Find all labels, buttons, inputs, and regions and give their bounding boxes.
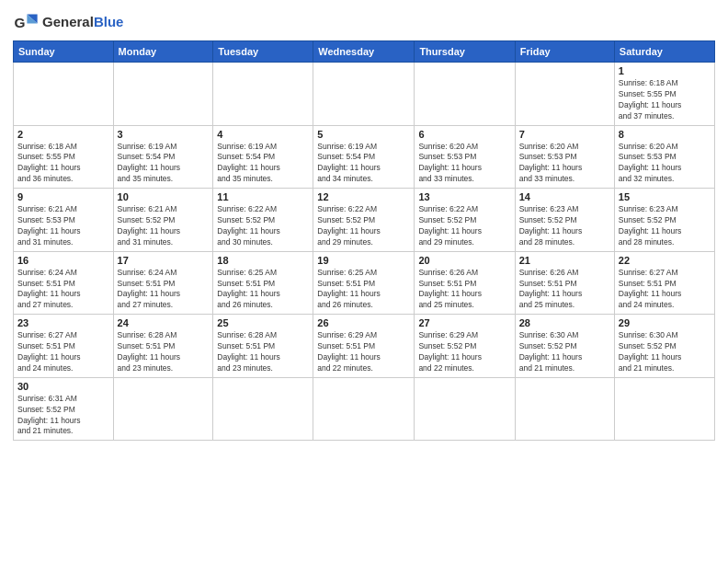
day-number: 22 bbox=[619, 255, 711, 266]
day-number: 2 bbox=[17, 129, 109, 140]
day-cell: 2Sunrise: 6:18 AMSunset: 5:55 PMDaylight… bbox=[14, 125, 114, 189]
day-info: Sunrise: 6:26 AMSunset: 5:51 PMDaylight:… bbox=[519, 268, 610, 312]
day-info: Sunrise: 6:22 AMSunset: 5:52 PMDaylight:… bbox=[418, 204, 510, 248]
day-info: Sunrise: 6:25 AMSunset: 5:51 PMDaylight:… bbox=[217, 268, 309, 312]
day-info: Sunrise: 6:24 AMSunset: 5:51 PMDaylight:… bbox=[17, 268, 109, 312]
day-info: Sunrise: 6:18 AMSunset: 5:55 PMDaylight:… bbox=[17, 142, 109, 186]
day-cell: 3Sunrise: 6:19 AMSunset: 5:54 PMDaylight… bbox=[113, 125, 213, 189]
day-info: Sunrise: 6:29 AMSunset: 5:51 PMDaylight:… bbox=[317, 330, 410, 374]
day-cell: 11Sunrise: 6:22 AMSunset: 5:52 PMDayligh… bbox=[213, 189, 313, 252]
day-cell: 28Sunrise: 6:30 AMSunset: 5:52 PMDayligh… bbox=[515, 315, 614, 378]
day-cell bbox=[113, 377, 213, 441]
day-number: 3 bbox=[118, 129, 210, 140]
day-info: Sunrise: 6:30 AMSunset: 5:52 PMDaylight:… bbox=[519, 330, 610, 374]
week-row-5: 30Sunrise: 6:31 AMSunset: 5:52 PMDayligh… bbox=[14, 377, 715, 441]
day-cell: 30Sunrise: 6:31 AMSunset: 5:52 PMDayligh… bbox=[14, 377, 114, 441]
day-cell bbox=[313, 63, 415, 126]
day-info: Sunrise: 6:19 AMSunset: 5:54 PMDaylight:… bbox=[118, 142, 210, 186]
weekday-header-row: Sunday Monday Tuesday Wednesday Thursday… bbox=[14, 41, 715, 63]
day-cell bbox=[415, 63, 515, 126]
day-info: Sunrise: 6:19 AMSunset: 5:54 PMDaylight:… bbox=[217, 142, 309, 186]
header-tuesday: Tuesday bbox=[213, 41, 313, 63]
day-number: 15 bbox=[619, 191, 711, 202]
day-cell: 19Sunrise: 6:25 AMSunset: 5:51 PMDayligh… bbox=[313, 251, 415, 315]
day-number: 21 bbox=[519, 255, 610, 266]
day-info: Sunrise: 6:20 AMSunset: 5:53 PMDaylight:… bbox=[619, 142, 711, 186]
day-number: 19 bbox=[317, 255, 410, 266]
header: G GeneralBlue bbox=[13, 9, 715, 35]
header-monday: Monday bbox=[113, 41, 213, 63]
day-cell: 16Sunrise: 6:24 AMSunset: 5:51 PMDayligh… bbox=[14, 251, 114, 315]
logo-text: GeneralBlue bbox=[42, 15, 123, 30]
day-info: Sunrise: 6:26 AMSunset: 5:51 PMDaylight:… bbox=[418, 268, 510, 312]
day-cell: 8Sunrise: 6:20 AMSunset: 5:53 PMDaylight… bbox=[614, 125, 714, 189]
header-friday: Friday bbox=[515, 41, 614, 63]
day-cell bbox=[213, 377, 313, 441]
day-cell: 1Sunrise: 6:18 AMSunset: 5:55 PMDaylight… bbox=[614, 63, 714, 126]
day-number: 4 bbox=[217, 129, 309, 140]
day-info: Sunrise: 6:27 AMSunset: 5:51 PMDaylight:… bbox=[619, 268, 711, 312]
day-cell: 21Sunrise: 6:26 AMSunset: 5:51 PMDayligh… bbox=[515, 251, 614, 315]
day-number: 11 bbox=[217, 191, 309, 202]
logo: G GeneralBlue bbox=[13, 9, 123, 35]
day-cell: 17Sunrise: 6:24 AMSunset: 5:51 PMDayligh… bbox=[113, 251, 213, 315]
day-cell: 5Sunrise: 6:19 AMSunset: 5:54 PMDaylight… bbox=[313, 125, 415, 189]
calendar-table: Sunday Monday Tuesday Wednesday Thursday… bbox=[13, 40, 715, 441]
day-number: 24 bbox=[118, 317, 210, 328]
svg-text:G: G bbox=[14, 15, 25, 30]
day-info: Sunrise: 6:21 AMSunset: 5:52 PMDaylight:… bbox=[118, 204, 210, 248]
week-row-0: 1Sunrise: 6:18 AMSunset: 5:55 PMDaylight… bbox=[14, 63, 715, 126]
day-number: 18 bbox=[217, 255, 309, 266]
day-number: 13 bbox=[418, 191, 510, 202]
day-number: 26 bbox=[317, 317, 410, 328]
day-cell: 6Sunrise: 6:20 AMSunset: 5:53 PMDaylight… bbox=[415, 125, 515, 189]
header-wednesday: Wednesday bbox=[313, 41, 415, 63]
day-cell: 23Sunrise: 6:27 AMSunset: 5:51 PMDayligh… bbox=[14, 315, 114, 378]
day-cell: 4Sunrise: 6:19 AMSunset: 5:54 PMDaylight… bbox=[213, 125, 313, 189]
logo-icon: G bbox=[13, 9, 39, 35]
page: G GeneralBlue Sunday Monday Tuesday Wedn… bbox=[0, 0, 728, 563]
day-cell: 24Sunrise: 6:28 AMSunset: 5:51 PMDayligh… bbox=[113, 315, 213, 378]
day-cell: 27Sunrise: 6:29 AMSunset: 5:52 PMDayligh… bbox=[415, 315, 515, 378]
day-info: Sunrise: 6:22 AMSunset: 5:52 PMDaylight:… bbox=[217, 204, 309, 248]
day-info: Sunrise: 6:30 AMSunset: 5:52 PMDaylight:… bbox=[619, 330, 711, 374]
day-cell: 10Sunrise: 6:21 AMSunset: 5:52 PMDayligh… bbox=[113, 189, 213, 252]
week-row-1: 2Sunrise: 6:18 AMSunset: 5:55 PMDaylight… bbox=[14, 125, 715, 189]
day-cell: 29Sunrise: 6:30 AMSunset: 5:52 PMDayligh… bbox=[614, 315, 714, 378]
day-info: Sunrise: 6:22 AMSunset: 5:52 PMDaylight:… bbox=[317, 204, 410, 248]
day-number: 27 bbox=[418, 317, 510, 328]
day-number: 8 bbox=[619, 129, 711, 140]
day-cell: 20Sunrise: 6:26 AMSunset: 5:51 PMDayligh… bbox=[415, 251, 515, 315]
day-cell bbox=[14, 63, 114, 126]
day-cell bbox=[213, 63, 313, 126]
day-cell: 22Sunrise: 6:27 AMSunset: 5:51 PMDayligh… bbox=[614, 251, 714, 315]
day-info: Sunrise: 6:18 AMSunset: 5:55 PMDaylight:… bbox=[619, 78, 711, 122]
day-number: 29 bbox=[619, 317, 711, 328]
day-number: 20 bbox=[418, 255, 510, 266]
day-info: Sunrise: 6:28 AMSunset: 5:51 PMDaylight:… bbox=[217, 330, 309, 374]
day-info: Sunrise: 6:23 AMSunset: 5:52 PMDaylight:… bbox=[619, 204, 711, 248]
day-cell bbox=[515, 63, 614, 126]
day-info: Sunrise: 6:23 AMSunset: 5:52 PMDaylight:… bbox=[519, 204, 610, 248]
day-cell: 9Sunrise: 6:21 AMSunset: 5:53 PMDaylight… bbox=[14, 189, 114, 252]
day-cell bbox=[515, 377, 614, 441]
day-number: 17 bbox=[118, 255, 210, 266]
day-number: 12 bbox=[317, 191, 410, 202]
day-cell bbox=[313, 377, 415, 441]
day-number: 5 bbox=[317, 129, 410, 140]
day-cell: 13Sunrise: 6:22 AMSunset: 5:52 PMDayligh… bbox=[415, 189, 515, 252]
day-number: 7 bbox=[519, 129, 610, 140]
day-cell: 26Sunrise: 6:29 AMSunset: 5:51 PMDayligh… bbox=[313, 315, 415, 378]
day-number: 28 bbox=[519, 317, 610, 328]
day-cell: 12Sunrise: 6:22 AMSunset: 5:52 PMDayligh… bbox=[313, 189, 415, 252]
day-cell: 15Sunrise: 6:23 AMSunset: 5:52 PMDayligh… bbox=[614, 189, 714, 252]
day-info: Sunrise: 6:28 AMSunset: 5:51 PMDaylight:… bbox=[118, 330, 210, 374]
day-info: Sunrise: 6:27 AMSunset: 5:51 PMDaylight:… bbox=[17, 330, 109, 374]
header-saturday: Saturday bbox=[614, 41, 714, 63]
week-row-2: 9Sunrise: 6:21 AMSunset: 5:53 PMDaylight… bbox=[14, 189, 715, 252]
day-info: Sunrise: 6:24 AMSunset: 5:51 PMDaylight:… bbox=[118, 268, 210, 312]
header-thursday: Thursday bbox=[415, 41, 515, 63]
day-cell bbox=[113, 63, 213, 126]
day-number: 10 bbox=[118, 191, 210, 202]
day-number: 6 bbox=[418, 129, 510, 140]
